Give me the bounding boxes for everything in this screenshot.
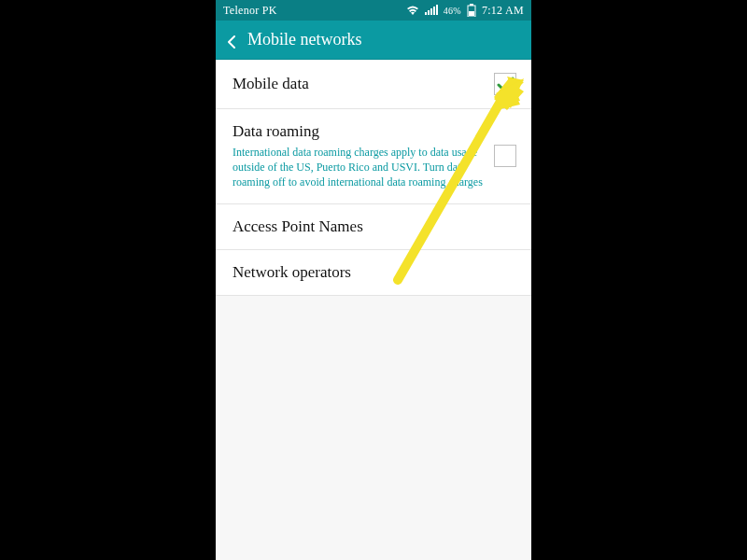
row-data-roaming[interactable]: Data roaming International data roaming … [216, 109, 531, 204]
svg-rect-7 [469, 11, 474, 16]
row-apn[interactable]: Access Point Names [216, 204, 531, 250]
row-title: Data roaming [233, 122, 485, 141]
settings-list: Mobile data Data roaming International d… [216, 60, 531, 296]
row-title: Access Point Names [233, 217, 507, 236]
signal-icon [425, 5, 438, 16]
row-title: Network operators [233, 263, 507, 282]
row-mobile-data[interactable]: Mobile data [216, 60, 531, 109]
svg-rect-0 [425, 12, 427, 15]
checkbox-data-roaming[interactable] [494, 145, 516, 167]
wifi-icon [406, 5, 419, 16]
battery-percent: 46% [444, 6, 461, 16]
svg-rect-3 [433, 7, 435, 15]
phone-screen: Telenor PK 46% 7:12 AM Mobile networks M… [216, 0, 531, 560]
clock: 7:12 AM [482, 4, 524, 18]
title-bar: Mobile networks [216, 21, 531, 60]
back-icon[interactable] [225, 34, 238, 47]
svg-rect-1 [428, 10, 430, 15]
row-network-operators[interactable]: Network operators [216, 250, 531, 296]
row-description: International data roaming charges apply… [233, 145, 485, 190]
status-bar: Telenor PK 46% 7:12 AM [216, 0, 531, 21]
svg-rect-2 [430, 8, 432, 15]
checkbox-mobile-data[interactable] [494, 73, 516, 95]
svg-rect-4 [436, 5, 438, 15]
battery-icon [467, 4, 476, 17]
page-title: Mobile networks [247, 30, 361, 49]
carrier-label: Telenor PK [223, 4, 277, 18]
row-title: Mobile data [233, 75, 485, 93]
